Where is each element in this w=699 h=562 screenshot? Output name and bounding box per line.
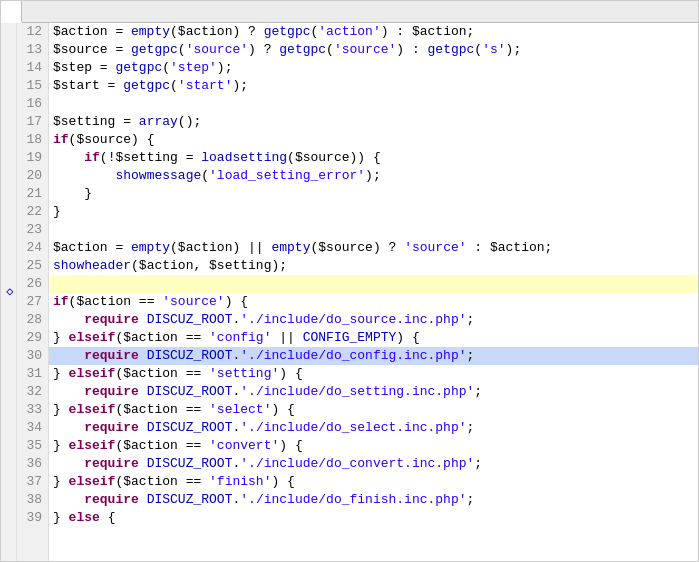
token-str: './include/do_finish.inc.php' <box>240 491 466 509</box>
token-op: , <box>193 257 209 275</box>
token-op: . <box>232 419 240 437</box>
token-kw: if <box>84 149 100 167</box>
token-str: 'source' <box>162 293 224 311</box>
token-op <box>139 455 147 473</box>
code-line: showheader($action, $setting); <box>49 257 698 275</box>
token-op: ) || <box>232 239 271 257</box>
token-var: $setting <box>53 113 115 131</box>
token-op: ; <box>467 311 475 329</box>
token-var: $action <box>123 473 178 491</box>
token-op: ( <box>170 23 178 41</box>
token-kw: require <box>84 491 139 509</box>
code-line: } elseif($action == 'select') { <box>49 401 698 419</box>
token-op: ( <box>310 23 318 41</box>
token-str: 'load_setting_error' <box>209 167 365 185</box>
token-kw: elseif <box>69 401 116 419</box>
token-op: ( <box>69 293 77 311</box>
token-op: == <box>178 401 209 419</box>
token-const: DISCUZ_ROOT <box>147 419 233 437</box>
token-func: getgpc <box>428 41 475 59</box>
token-var: $action <box>490 239 545 257</box>
line-number: 20 <box>23 167 42 185</box>
line-number: 24 <box>23 239 42 257</box>
token-op: : <box>467 239 490 257</box>
token-op: . <box>232 455 240 473</box>
token-op: || <box>271 329 302 347</box>
line-number: 37 <box>23 473 42 491</box>
token-op: ) { <box>225 293 248 311</box>
token-op: } <box>53 437 69 455</box>
token-kw: elseif <box>69 437 116 455</box>
token-op: == <box>178 437 209 455</box>
token-str: 'source' <box>186 41 248 59</box>
token-op: == <box>131 293 162 311</box>
token-op: ( <box>287 149 295 167</box>
line-number: 21 <box>23 185 42 203</box>
line-number: 28 <box>23 311 42 329</box>
line-number: 32 <box>23 383 42 401</box>
token-op <box>139 491 147 509</box>
line-number: 39 <box>23 509 42 527</box>
token-var: $step <box>53 59 92 77</box>
token-op: = <box>100 77 123 95</box>
line-number: 14 <box>23 59 42 77</box>
code-line <box>49 221 698 239</box>
token-op: } <box>53 203 61 221</box>
token-op: = <box>108 41 131 59</box>
token-op: ) { <box>396 329 419 347</box>
editor-tab[interactable] <box>1 1 22 23</box>
debug-marker-column: ◇ <box>1 23 17 561</box>
token-kw: if <box>53 131 69 149</box>
token-op: ) { <box>271 473 294 491</box>
token-op: ( <box>115 401 123 419</box>
token-op: == <box>178 365 209 383</box>
token-kw: elseif <box>69 329 116 347</box>
token-op: . <box>232 347 240 365</box>
line-number: 26 <box>23 275 42 293</box>
token-op <box>139 347 147 365</box>
token-op: == <box>178 329 209 347</box>
code-line: } <box>49 203 698 221</box>
token-op: ( <box>178 41 186 59</box>
code-line: $source = getgpc('source') ? getgpc('sou… <box>49 41 698 59</box>
code-line: } <box>49 185 698 203</box>
token-str: './include/do_select.inc.php' <box>240 419 466 437</box>
token-op: ); <box>232 77 248 95</box>
token-kw: require <box>84 311 139 329</box>
token-var: $action <box>123 401 178 419</box>
code-line: showmessage('load_setting_error'); <box>49 167 698 185</box>
token-str: 'source' <box>404 239 466 257</box>
token-op: } <box>53 401 69 419</box>
token-op: ) : <box>381 23 412 41</box>
line-number: 12 <box>23 23 42 41</box>
token-op: = <box>115 113 138 131</box>
token-func: getgpc <box>115 59 162 77</box>
line-numbers: 1213141516171819202122232425262728293031… <box>17 23 49 561</box>
token-str: 'config' <box>209 329 271 347</box>
token-op: ( <box>131 257 139 275</box>
token-op <box>139 383 147 401</box>
code-line: } elseif($action == 'finish') { <box>49 473 698 491</box>
line-number: 19 <box>23 149 42 167</box>
token-op: ( <box>115 437 123 455</box>
token-var: $action <box>178 239 233 257</box>
code-content[interactable]: $action = empty($action) ? getgpc('actio… <box>49 23 698 561</box>
token-var: $action <box>76 293 131 311</box>
token-const: CONFIG_EMPTY <box>303 329 397 347</box>
token-op: = <box>108 23 131 41</box>
tab-bar <box>1 1 698 23</box>
token-op: ( <box>201 167 209 185</box>
token-op: ); <box>217 59 233 77</box>
token-op: ); <box>506 41 522 59</box>
token-var: $source <box>76 131 131 149</box>
token-op: ) { <box>271 401 294 419</box>
token-op: = <box>92 59 115 77</box>
token-op: (); <box>178 113 201 131</box>
token-func: getgpc <box>279 41 326 59</box>
code-line: require DISCUZ_ROOT.'./include/do_source… <box>49 311 698 329</box>
token-op <box>139 311 147 329</box>
code-line: require DISCUZ_ROOT.'./include/do_conver… <box>49 455 698 473</box>
line-number: 33 <box>23 401 42 419</box>
token-str: './include/do_config.inc.php' <box>240 347 466 365</box>
token-var: $source <box>53 41 108 59</box>
